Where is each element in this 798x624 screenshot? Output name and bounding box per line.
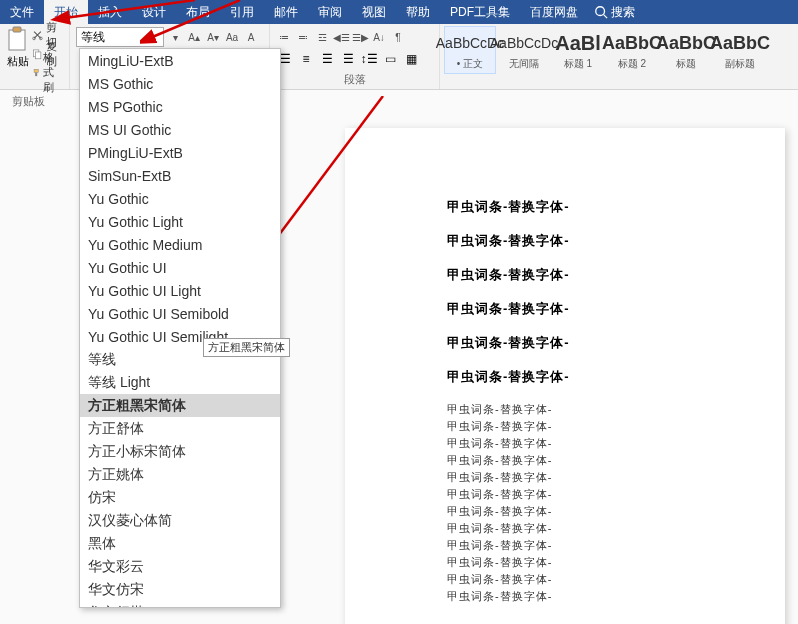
align-right-button[interactable]: ☰: [318, 50, 336, 68]
font-option[interactable]: 方正小标宋简体: [80, 440, 280, 463]
svg-line-11: [150, 0, 240, 38]
line-spacing-button[interactable]: ↕☰: [360, 50, 378, 68]
svg-line-1: [604, 15, 608, 19]
doc-paragraph[interactable]: 甲虫词条-替换字体-: [447, 232, 785, 250]
doc-paragraph[interactable]: 甲虫词条-替换字体-: [447, 453, 785, 468]
svg-rect-3: [13, 27, 21, 32]
paragraph-group: ≔ ≕ ☲ ◀☰ ☰▶ A↓ ¶ ☰ ≡ ☰ ☰ ↕☰ ▭ ▦ 段落: [270, 24, 440, 89]
doc-paragraph[interactable]: 甲虫词条-替换字体-: [447, 436, 785, 451]
doc-paragraph[interactable]: 甲虫词条-替换字体-: [447, 300, 785, 318]
style-name: • 正文: [457, 57, 483, 71]
doc-paragraph[interactable]: 甲虫词条-替换字体-: [447, 266, 785, 284]
decrease-indent-button[interactable]: ◀☰: [333, 27, 349, 47]
font-option[interactable]: 仿宋: [80, 486, 280, 509]
tab-审阅[interactable]: 审阅: [308, 0, 352, 24]
font-option[interactable]: MingLiU-ExtB: [80, 49, 280, 72]
style-标题 2[interactable]: AaBbC标题 2: [606, 26, 658, 74]
font-option[interactable]: MS UI Gothic: [80, 118, 280, 141]
paste-button[interactable]: 粘贴: [6, 26, 30, 81]
style-name: 标题 1: [564, 57, 592, 71]
tab-百度网盘[interactable]: 百度网盘: [520, 0, 588, 24]
increase-indent-button[interactable]: ☰▶: [352, 27, 368, 47]
sort-button[interactable]: A↓: [371, 27, 387, 47]
justify-button[interactable]: ☰: [339, 50, 357, 68]
multilevel-button[interactable]: ☲: [314, 27, 330, 47]
search-icon: [594, 5, 608, 19]
shading-button[interactable]: ▭: [381, 50, 399, 68]
annotation-arrow-2: [140, 0, 260, 50]
tab-PDF工具集[interactable]: PDF工具集: [440, 0, 520, 24]
copy-icon: [32, 47, 43, 61]
font-option[interactable]: 方正舒体: [80, 417, 280, 440]
doc-paragraph[interactable]: 甲虫词条-替换字体-: [447, 470, 785, 485]
font-option[interactable]: PMingLiU-ExtB: [80, 141, 280, 164]
style-preview: AaBbC: [656, 29, 716, 57]
font-option[interactable]: 方正粗黑宋简体: [80, 394, 280, 417]
align-center-button[interactable]: ≡: [297, 50, 315, 68]
style-副标题[interactable]: AaBbC副标题: [714, 26, 766, 74]
doc-paragraph[interactable]: 甲虫词条-替换字体-: [447, 487, 785, 502]
style-name: 副标题: [725, 57, 755, 71]
style-标题[interactable]: AaBbC标题: [660, 26, 712, 74]
font-option[interactable]: 华文彩云: [80, 555, 280, 578]
doc-paragraph[interactable]: 甲虫词条-替换字体-: [447, 402, 785, 417]
style-标题 1[interactable]: AaBl标题 1: [552, 26, 604, 74]
svg-rect-7: [35, 51, 40, 58]
style-正文[interactable]: AaBbCcDc• 正文: [444, 26, 496, 74]
doc-paragraph[interactable]: 甲虫词条-替换字体-: [447, 589, 785, 604]
styles-gallery: AaBbCcDc• 正文AaBbCcDc无间隔AaBl标题 1AaBbC标题 2…: [440, 24, 770, 89]
tab-邮件[interactable]: 邮件: [264, 0, 308, 24]
scissors-icon: [32, 28, 43, 42]
paste-label: 粘贴: [7, 54, 29, 69]
numbering-button[interactable]: ≕: [295, 27, 311, 47]
font-tooltip: 方正粗黑宋简体: [203, 338, 290, 357]
svg-rect-8: [34, 69, 38, 72]
doc-paragraph[interactable]: 甲虫词条-替换字体-: [447, 521, 785, 536]
font-option[interactable]: 华文行楷: [80, 601, 280, 608]
font-option[interactable]: Yu Gothic UI: [80, 256, 280, 279]
font-option[interactable]: Yu Gothic Light: [80, 210, 280, 233]
style-name: 标题: [676, 57, 696, 71]
bullets-button[interactable]: ≔: [276, 27, 292, 47]
borders-button[interactable]: ▦: [402, 50, 420, 68]
font-option[interactable]: SimSun-ExtB: [80, 164, 280, 187]
svg-rect-2: [9, 30, 25, 50]
style-preview: AaBbC: [710, 29, 770, 57]
font-option[interactable]: 方正姚体: [80, 463, 280, 486]
tab-文件[interactable]: 文件: [0, 0, 44, 24]
svg-rect-9: [35, 72, 37, 76]
doc-paragraph[interactable]: 甲虫词条-替换字体-: [447, 538, 785, 553]
doc-paragraph[interactable]: 甲虫词条-替换字体-: [447, 572, 785, 587]
font-dropdown-list[interactable]: MingLiU-ExtBMS GothicMS PGothicMS UI Got…: [79, 48, 281, 608]
doc-paragraph[interactable]: 甲虫词条-替换字体-: [447, 198, 785, 216]
font-option[interactable]: Yu Gothic UI Semibold: [80, 302, 280, 325]
style-无间隔[interactable]: AaBbCcDc无间隔: [498, 26, 550, 74]
font-option[interactable]: 汉仪菱心体简: [80, 509, 280, 532]
tab-帮助[interactable]: 帮助: [396, 0, 440, 24]
format-painter-button[interactable]: 格式刷: [32, 64, 63, 81]
font-option[interactable]: MS PGothic: [80, 95, 280, 118]
document-area: 甲虫词条-替换字体-甲虫词条-替换字体-甲虫词条-替换字体-甲虫词条-替换字体-…: [329, 112, 798, 624]
paste-icon: [6, 26, 30, 54]
font-option[interactable]: 黑体: [80, 532, 280, 555]
tab-视图[interactable]: 视图: [352, 0, 396, 24]
font-option[interactable]: 华文仿宋: [80, 578, 280, 601]
doc-paragraph[interactable]: 甲虫词条-替换字体-: [447, 504, 785, 519]
style-name: 标题 2: [618, 57, 646, 71]
search-box[interactable]: 搜索: [594, 4, 635, 21]
clipboard-group-label: 剪贴板: [12, 94, 45, 109]
font-option[interactable]: 等线 Light: [80, 371, 280, 394]
font-option[interactable]: Yu Gothic: [80, 187, 280, 210]
doc-paragraph[interactable]: 甲虫词条-替换字体-: [447, 419, 785, 434]
svg-point-0: [596, 7, 605, 16]
font-option[interactable]: MS Gothic: [80, 72, 280, 95]
doc-paragraph[interactable]: 甲虫词条-替换字体-: [447, 334, 785, 352]
show-marks-button[interactable]: ¶: [390, 27, 406, 47]
doc-paragraph[interactable]: 甲虫词条-替换字体-: [447, 555, 785, 570]
font-option[interactable]: Yu Gothic UI Light: [80, 279, 280, 302]
paragraph-group-label: 段落: [276, 72, 433, 87]
brush-icon: [32, 66, 40, 80]
font-option[interactable]: Yu Gothic Medium: [80, 233, 280, 256]
doc-paragraph[interactable]: 甲虫词条-替换字体-: [447, 368, 785, 386]
style-preview: AaBbCcDc: [490, 29, 558, 57]
